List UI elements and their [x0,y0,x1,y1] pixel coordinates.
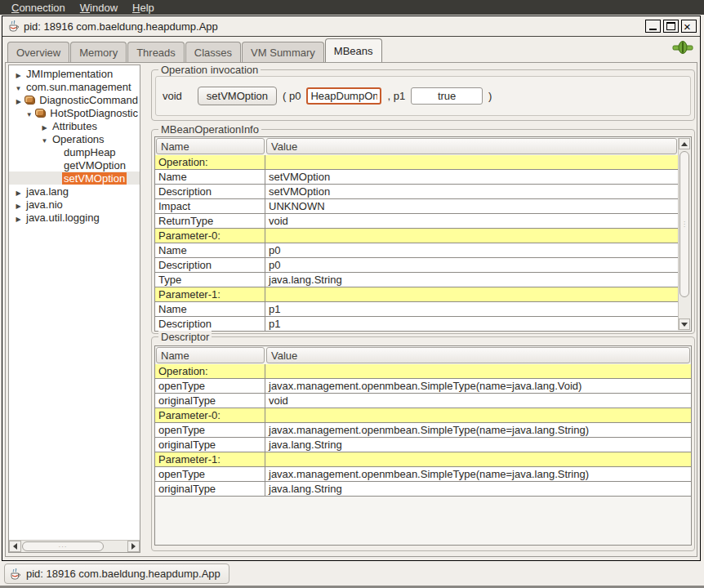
table-row[interactable]: originalType java.lang.String [155,438,691,452]
tree-item-label: HotSpotDiagnostic [48,107,140,119]
table-cell-value: void [265,394,691,408]
menu-item[interactable]: Help [126,1,161,15]
table-cell-value [265,287,678,301]
table-row[interactable]: Name p1 [155,302,678,317]
tree-item-label: com.sun.management [25,81,133,93]
table-row[interactable]: originalType java.lang.String [155,482,691,497]
tree-item-label: java.util.logging [25,212,101,224]
tree-item[interactable]: DiagnosticCommand [9,93,140,106]
column-header-value[interactable]: Value [266,138,677,154]
tree-item[interactable]: java.lang [9,185,140,198]
tree-item-label: setVMOption [62,172,127,185]
mbean-icon [25,96,35,105]
table-row[interactable]: Parameter-1: [155,287,678,302]
tree-item[interactable]: dumpHeap [9,145,140,158]
scroll-right-button[interactable] [127,541,140,552]
tree-item-label: java.lang [25,185,70,198]
tab[interactable]: Overview [7,42,69,62]
table-row[interactable]: Description p0 [155,258,678,273]
connected-plug-icon [672,40,693,55]
table-cell-name: Name [155,170,265,184]
tree-expand-icon[interactable] [12,185,25,198]
table-row[interactable]: openType javax.management.openmbean.Simp… [155,423,691,438]
table-row[interactable]: Operation: [155,155,678,170]
tree-item[interactable]: getVMOption [9,158,140,172]
table-row[interactable]: openType javax.management.openmbean.Simp… [155,379,691,394]
tree-item[interactable]: Attributes [9,119,140,132]
tree-item[interactable]: java.nio [9,198,140,211]
tab[interactable]: VM Summary [242,42,324,62]
scroll-left-button[interactable] [9,541,21,552]
table-row[interactable]: Impact UNKNOWN [155,199,678,214]
tree-item[interactable]: HotSpotDiagnostic [9,106,140,119]
tree-expand-icon[interactable] [23,107,35,119]
scrollbar-thumb[interactable]: ··· [679,151,689,297]
tree-item[interactable]: java.util.logging [9,211,140,224]
mbeans-pane: JMImplementation com.sun.management [5,62,697,557]
table-row[interactable]: Operation: [155,364,691,379]
close-button[interactable] [681,20,697,33]
minimize-button[interactable] [645,20,661,33]
mbean-operation-info-group: MBeanOperationInfo Name Value Operation: [151,129,695,334]
tree-expand-icon[interactable] [38,133,51,145]
table-row[interactable]: Parameter-0: [155,408,691,423]
mbean-icon [35,109,46,118]
table-cell-name: Parameter-1: [155,287,265,301]
scroll-up-button[interactable] [679,138,690,149]
tab[interactable]: Threads [127,42,185,62]
table-cell-name: originalType [155,482,265,496]
param0-input[interactable] [306,87,381,105]
tab-label: VM Summary [251,47,315,59]
tree-expand-icon[interactable] [12,94,25,106]
table-cell-value: java.lang.String [265,482,691,496]
menu-item[interactable]: Window [74,1,124,15]
group-title: MBeanOperationInfo [158,123,261,136]
table-row[interactable]: Type java.lang.String [155,273,678,287]
paren-close-label: ) [488,90,492,102]
scroll-down-button[interactable] [679,318,690,330]
table-row[interactable]: Description setVMOption [155,185,678,199]
tree-item[interactable]: setVMOption [9,172,140,185]
table-row[interactable]: ReturnType void [155,214,678,229]
tab-label: MBeans [334,45,373,57]
table-cell-value: p1 [265,302,678,316]
table-row[interactable]: originalType void [155,394,691,408]
tree-expand-icon[interactable] [38,120,51,132]
maximize-button[interactable] [663,20,679,33]
menu-item[interactable]: Connection [5,1,72,15]
window-maximize-icon [666,22,675,30]
window-title: pid: 18916 com.baeldung.heapdump.App [24,20,218,33]
table-row[interactable]: Description p1 [155,317,678,332]
tab[interactable]: Classes [185,42,241,62]
tree-expand-icon[interactable] [12,81,25,93]
column-header-name[interactable]: Name [156,347,265,363]
tree-horizontal-scrollbar[interactable]: ··· [9,540,140,552]
tree-expand-icon[interactable] [12,212,25,224]
tree-item[interactable]: JMImplementation [9,67,140,80]
table-row[interactable]: Name setVMOption [155,170,678,185]
column-header-value[interactable]: Value [266,347,690,363]
tree-expand-icon[interactable] [12,198,25,211]
invoke-operation-button[interactable]: setVMOption [198,87,277,105]
descriptor-group: Descriptor Name Value Operation: [151,336,695,551]
scroll-down-icon [681,323,688,327]
table-row[interactable]: Name p0 [155,243,678,258]
param1-input[interactable] [411,87,483,105]
table-row[interactable]: Parameter-0: [155,229,678,243]
tree-item-label: DiagnosticCommand [38,94,140,106]
connection-status-button[interactable]: pid: 18916 com.baeldung.heapdump.App [4,564,229,584]
tab[interactable]: MBeans [325,38,382,62]
descriptor-table: Name Value Operation: openType javax.man… [154,345,692,546]
column-header-name[interactable]: Name [156,138,265,154]
table-row[interactable]: Parameter-1: [155,452,691,467]
table-row[interactable]: openType javax.management.openmbean.Simp… [155,467,691,482]
table-cell-value: java.lang.String [265,438,691,452]
tab[interactable]: Memory [70,42,127,62]
tree-item[interactable]: com.sun.management [9,80,140,93]
scrollbar-thumb[interactable]: ··· [22,541,104,551]
table-cell-value: javax.management.openmbean.SimpleType(na… [265,379,691,393]
tree-item[interactable]: Operations [9,132,140,145]
table-cell-value: javax.management.openmbean.SimpleType(na… [265,467,691,481]
table-vertical-scrollbar[interactable]: ··· [678,138,690,330]
tree-expand-icon[interactable] [12,68,25,80]
